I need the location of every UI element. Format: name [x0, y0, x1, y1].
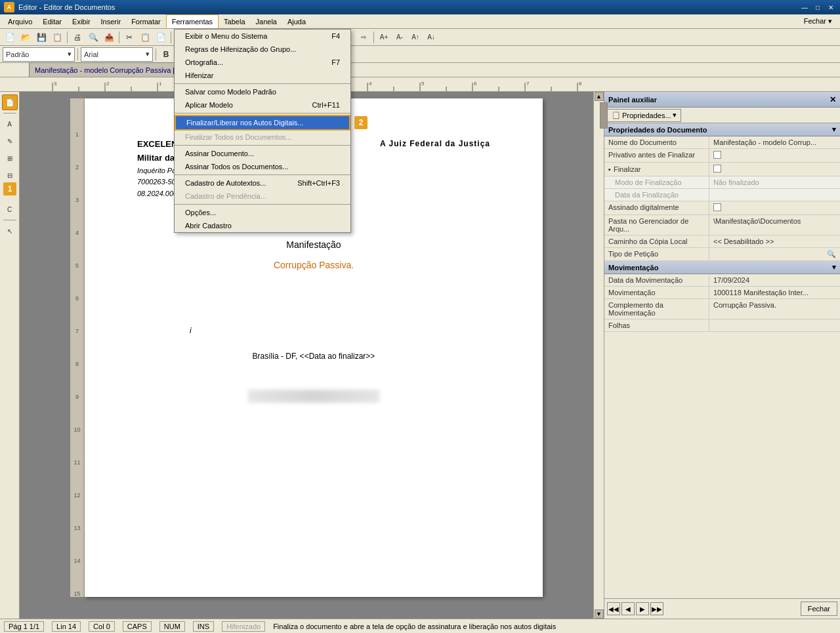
- dd-abrir-cadastro[interactable]: Abrir Cadastro: [175, 219, 350, 232]
- prop-row-7: Caminho da Cópia Local << Desabilitado >…: [604, 235, 840, 248]
- prop-value-4: [709, 189, 840, 201]
- nav-first[interactable]: ◀◀: [607, 602, 620, 615]
- nav-prev[interactable]: ◀: [621, 602, 635, 615]
- font-bigger-button[interactable]: A↑: [408, 30, 423, 45]
- panel-fechar-button[interactable]: Fechar: [801, 602, 837, 616]
- print-preview-button[interactable]: 🔍: [86, 30, 100, 45]
- dd-sep2: [175, 113, 350, 113]
- title-bar-buttons[interactable]: — □ ✕: [799, 3, 836, 12]
- menu-tabela[interactable]: Tabela: [219, 14, 250, 28]
- menu-exibir[interactable]: Exibir: [67, 14, 96, 28]
- dd-hifenizar[interactable]: Hifenizar: [175, 69, 350, 82]
- properties-button[interactable]: 📋 Propriedades... ▾: [607, 109, 681, 122]
- left-btn-2[interactable]: ✎: [2, 133, 18, 149]
- svg-text:3: 3: [54, 81, 57, 87]
- vertical-scrollbar[interactable]: ▲ ▼: [593, 92, 604, 619]
- scroll-thumb[interactable]: [600, 102, 608, 129]
- menu-arquivo[interactable]: Arquivo: [3, 14, 37, 28]
- save-as-button[interactable]: 📋: [50, 30, 64, 45]
- copy-button[interactable]: 📋: [138, 30, 152, 45]
- close-button[interactable]: ✕: [826, 3, 836, 12]
- zoom-in-button[interactable]: A+: [377, 30, 391, 45]
- style-dropdown-btn[interactable]: Padrão ▾: [3, 47, 75, 62]
- svg-text:1: 1: [159, 81, 162, 87]
- menu-formatar[interactable]: Formatar: [126, 14, 166, 28]
- prop-row-6: Pasta no Gerenciador de Arqu... \Manifes…: [604, 215, 840, 235]
- left-sep2: [3, 220, 16, 220]
- menu-janela[interactable]: Janela: [251, 14, 282, 28]
- prop-row-2: ▪ Finalizar: [604, 163, 840, 176]
- scroll-down-btn[interactable]: ▼: [595, 609, 604, 619]
- left-btn-3[interactable]: ⊞: [2, 150, 18, 166]
- prop-label-3: Modo de Finalização: [604, 176, 709, 188]
- mov-row-0: Data da Movimentação 17/09/2024: [604, 274, 840, 287]
- doc-tab[interactable]: Manifestação - modelo Corrupção Passiva …: [29, 62, 195, 77]
- dd-assinar-todos-label: Assinar Todos os Documentos...: [185, 163, 289, 171]
- maximize-button[interactable]: □: [812, 3, 823, 12]
- dd-assinar-todos[interactable]: Assinar Todos os Documentos...: [175, 160, 350, 173]
- dd-salvar-modelo[interactable]: Salvar como Modelo Padrão: [175, 85, 350, 98]
- prop-value-1: [709, 149, 840, 162]
- bold-button[interactable]: B: [159, 47, 173, 62]
- ruler: 3 2 1 1 2 3 4 5 6 7: [0, 77, 840, 92]
- svg-text:6: 6: [474, 81, 477, 87]
- section2-header: Movimentação ▾: [604, 261, 840, 274]
- badge-2: 2: [354, 116, 368, 129]
- dd-assinar-label: Assinar Documento...: [185, 150, 254, 157]
- dd-exibir-menu[interactable]: Exibir o Menu do Sistema F4: [175, 30, 350, 43]
- menu-bar: Arquivo Editar Exibir Inserir Formatar F…: [0, 14, 840, 29]
- dd-finalizar[interactable]: Finalizar/Liberar nos Autos Digitais... …: [175, 115, 350, 131]
- checkbox-finalizar[interactable]: [713, 165, 721, 173]
- dd-aplicar-modelo[interactable]: Aplicar Modelo Ctrl+F11: [175, 98, 350, 112]
- menu-ferramentas[interactable]: Ferramentas: [166, 14, 219, 28]
- new-button[interactable]: 📄: [3, 30, 17, 45]
- paste-button[interactable]: 📄: [154, 30, 168, 45]
- img-button4[interactable]: ⇨: [356, 30, 371, 45]
- menu-inserir[interactable]: Inserir: [96, 14, 127, 28]
- nav-last[interactable]: ▶▶: [650, 602, 663, 615]
- zoom-out-button[interactable]: A-: [392, 30, 407, 45]
- checkbox-assinado[interactable]: [713, 203, 721, 211]
- dd-regras[interactable]: Regras de Hifenização do Grupo...: [175, 43, 350, 56]
- export-button[interactable]: 📤: [102, 30, 116, 45]
- minimize-button[interactable]: —: [799, 3, 810, 12]
- font-dropdown-btn[interactable]: Arial ▾: [81, 47, 153, 62]
- prop-label-6: Pasta no Gerenciador de Arqu...: [604, 215, 709, 235]
- cut-button[interactable]: ✂: [122, 30, 136, 45]
- print-button[interactable]: 🖨: [70, 30, 85, 45]
- menu-ajuda[interactable]: Ajuda: [282, 14, 311, 28]
- search-tipo-icon[interactable]: 🔍: [827, 250, 836, 258]
- panel-close-button[interactable]: ✕: [830, 95, 836, 104]
- left-btn-1[interactable]: A: [2, 116, 18, 132]
- status-hifenizado: Hifenizado: [222, 621, 265, 632]
- font-smaller-button[interactable]: A↓: [424, 30, 438, 45]
- dd-exibir-label: Exibir o Menu do Sistema: [185, 32, 267, 40]
- dd-sep4: [175, 174, 350, 175]
- save-button[interactable]: 💾: [34, 30, 49, 45]
- mov-label-1: Movimentação: [604, 287, 709, 298]
- left-btn-arrow[interactable]: ↖: [2, 223, 18, 239]
- dd-ortografia[interactable]: Ortografia... F7: [175, 56, 350, 69]
- nav-next[interactable]: ▶: [636, 602, 649, 615]
- left-btn-6[interactable]: C: [2, 201, 18, 217]
- prop-label-7: Caminho da Cópia Local: [604, 235, 709, 247]
- dd-cadastro-auto[interactable]: Cadastro de Autotextos... Shift+Ctrl+F3: [175, 176, 350, 190]
- doc-spacer4: [137, 363, 490, 390]
- panel-toolbar: 📋 Propriedades... ▾: [604, 108, 840, 123]
- menu-fechar[interactable]: Fechar ▾: [799, 14, 837, 28]
- prop-row-0: Nome do Documento Manifestação - modelo …: [604, 136, 840, 149]
- left-btn-document[interactable]: 📄: [2, 94, 18, 110]
- mov-label-2: Complemento da Movimentação: [604, 299, 709, 319]
- dd-opcoes[interactable]: Opções...: [175, 206, 350, 219]
- dd-assinar[interactable]: Assinar Documento...: [175, 147, 350, 160]
- ruler-svg: 3 2 1 1 2 3 4 5 6 7: [26, 77, 814, 91]
- open-button[interactable]: 📂: [18, 30, 33, 45]
- checkbox-privativo[interactable]: [713, 151, 721, 159]
- section1-arrow: ▾: [832, 125, 836, 134]
- section1-header: Propriedades do Documento ▾: [604, 123, 840, 136]
- prop-label-4: Data da Finalização: [604, 189, 709, 201]
- panel-scroll-area[interactable]: Propriedades do Documento ▾ Nome do Docu…: [604, 123, 840, 598]
- scroll-up-btn[interactable]: ▲: [595, 92, 604, 101]
- menu-editar[interactable]: Editar: [37, 14, 67, 28]
- left-btn-4[interactable]: ⊟: [2, 167, 18, 183]
